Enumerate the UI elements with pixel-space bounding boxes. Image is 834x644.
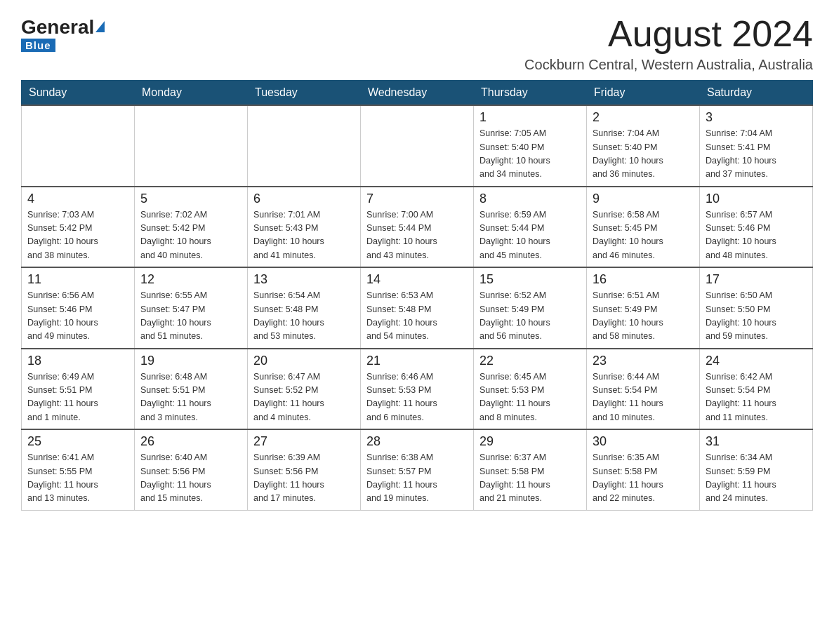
calendar-cell: 19Sunrise: 6:48 AM Sunset: 5:51 PM Dayli… [135,349,248,430]
calendar-cell: 27Sunrise: 6:39 AM Sunset: 5:56 PM Dayli… [248,429,361,510]
weekday-header-wednesday: Wednesday [361,81,474,106]
calendar-cell: 14Sunrise: 6:53 AM Sunset: 5:48 PM Dayli… [361,267,474,349]
calendar-cell [248,105,361,187]
day-info: Sunrise: 7:04 AM Sunset: 5:40 PM Dayligh… [593,127,694,182]
day-info: Sunrise: 6:59 AM Sunset: 5:44 PM Dayligh… [479,208,581,263]
day-number: 12 [140,272,241,287]
day-info: Sunrise: 6:42 AM Sunset: 5:54 PM Dayligh… [706,370,807,425]
day-number: 31 [706,434,807,449]
day-number: 30 [593,434,694,449]
day-number: 29 [479,434,581,449]
calendar-cell: 26Sunrise: 6:40 AM Sunset: 5:56 PM Dayli… [135,429,248,510]
page-header: General Blue August 2024 Cockburn Centra… [21,14,813,73]
day-number: 15 [479,272,581,287]
calendar-cell: 25Sunrise: 6:41 AM Sunset: 5:55 PM Dayli… [22,429,135,510]
day-info: Sunrise: 7:00 AM Sunset: 5:44 PM Dayligh… [366,208,468,263]
calendar-header-row: SundayMondayTuesdayWednesdayThursdayFrid… [22,81,813,106]
day-info: Sunrise: 6:35 AM Sunset: 5:58 PM Dayligh… [593,451,694,506]
day-info: Sunrise: 6:39 AM Sunset: 5:56 PM Dayligh… [253,451,355,506]
day-number: 10 [706,192,807,206]
day-info: Sunrise: 6:58 AM Sunset: 5:45 PM Dayligh… [593,208,694,263]
calendar-cell: 4Sunrise: 7:03 AM Sunset: 5:42 PM Daylig… [22,187,135,268]
calendar-cell: 11Sunrise: 6:56 AM Sunset: 5:46 PM Dayli… [22,267,135,349]
day-info: Sunrise: 6:37 AM Sunset: 5:58 PM Dayligh… [479,451,581,506]
day-number: 3 [706,110,807,125]
calendar-cell: 5Sunrise: 7:02 AM Sunset: 5:42 PM Daylig… [135,187,248,268]
day-number: 19 [140,354,241,368]
day-number: 17 [706,272,807,287]
calendar-cell: 13Sunrise: 6:54 AM Sunset: 5:48 PM Dayli… [248,267,361,349]
day-info: Sunrise: 6:49 AM Sunset: 5:51 PM Dayligh… [27,370,128,425]
day-info: Sunrise: 7:05 AM Sunset: 5:40 PM Dayligh… [479,127,581,182]
day-info: Sunrise: 7:02 AM Sunset: 5:42 PM Dayligh… [140,208,241,263]
calendar-cell: 6Sunrise: 7:01 AM Sunset: 5:43 PM Daylig… [248,187,361,268]
calendar-cell: 28Sunrise: 6:38 AM Sunset: 5:57 PM Dayli… [361,429,474,510]
day-info: Sunrise: 6:47 AM Sunset: 5:52 PM Dayligh… [253,370,355,425]
day-info: Sunrise: 6:57 AM Sunset: 5:46 PM Dayligh… [706,208,807,263]
weekday-header-friday: Friday [587,81,700,106]
day-number: 11 [27,272,128,287]
logo-triangle-icon [95,21,105,32]
calendar-cell: 2Sunrise: 7:04 AM Sunset: 5:40 PM Daylig… [587,105,700,187]
logo-blue-text: Blue [21,39,55,52]
day-info: Sunrise: 6:54 AM Sunset: 5:48 PM Dayligh… [253,289,355,344]
day-number: 26 [140,434,241,449]
title-block: August 2024 Cockburn Central, Western Au… [524,14,813,73]
day-number: 14 [366,272,468,287]
day-info: Sunrise: 7:04 AM Sunset: 5:41 PM Dayligh… [706,127,807,182]
weekday-header-sunday: Sunday [22,81,135,106]
day-info: Sunrise: 6:50 AM Sunset: 5:50 PM Dayligh… [706,289,807,344]
day-number: 23 [593,354,694,368]
day-info: Sunrise: 6:55 AM Sunset: 5:47 PM Dayligh… [140,289,241,344]
day-number: 13 [253,272,355,287]
calendar-cell [22,105,135,187]
day-info: Sunrise: 6:44 AM Sunset: 5:54 PM Dayligh… [593,370,694,425]
week-row-4: 18Sunrise: 6:49 AM Sunset: 5:51 PM Dayli… [22,349,813,430]
calendar-cell: 1Sunrise: 7:05 AM Sunset: 5:40 PM Daylig… [474,105,587,187]
calendar-cell: 29Sunrise: 6:37 AM Sunset: 5:58 PM Dayli… [474,429,587,510]
day-info: Sunrise: 7:03 AM Sunset: 5:42 PM Dayligh… [27,208,128,263]
week-row-2: 4Sunrise: 7:03 AM Sunset: 5:42 PM Daylig… [22,187,813,268]
calendar-cell: 30Sunrise: 6:35 AM Sunset: 5:58 PM Dayli… [587,429,700,510]
calendar-cell: 12Sunrise: 6:55 AM Sunset: 5:47 PM Dayli… [135,267,248,349]
weekday-header-saturday: Saturday [700,81,813,106]
day-number: 25 [27,434,128,449]
calendar-cell: 20Sunrise: 6:47 AM Sunset: 5:52 PM Dayli… [248,349,361,430]
calendar-cell: 16Sunrise: 6:51 AM Sunset: 5:49 PM Dayli… [587,267,700,349]
day-info: Sunrise: 6:51 AM Sunset: 5:49 PM Dayligh… [593,289,694,344]
week-row-3: 11Sunrise: 6:56 AM Sunset: 5:46 PM Dayli… [22,267,813,349]
weekday-header-monday: Monday [135,81,248,106]
weekday-header-tuesday: Tuesday [248,81,361,106]
day-info: Sunrise: 6:45 AM Sunset: 5:53 PM Dayligh… [479,370,581,425]
calendar-cell: 17Sunrise: 6:50 AM Sunset: 5:50 PM Dayli… [700,267,813,349]
calendar-cell: 7Sunrise: 7:00 AM Sunset: 5:44 PM Daylig… [361,187,474,268]
day-info: Sunrise: 6:53 AM Sunset: 5:48 PM Dayligh… [366,289,468,344]
calendar-cell: 18Sunrise: 6:49 AM Sunset: 5:51 PM Dayli… [22,349,135,430]
month-title: August 2024 [524,14,813,54]
day-info: Sunrise: 7:01 AM Sunset: 5:43 PM Dayligh… [253,208,355,263]
calendar-table: SundayMondayTuesdayWednesdayThursdayFrid… [21,80,813,511]
day-number: 22 [479,354,581,368]
day-number: 24 [706,354,807,368]
calendar-cell [135,105,248,187]
calendar-cell: 22Sunrise: 6:45 AM Sunset: 5:53 PM Dayli… [474,349,587,430]
week-row-1: 1Sunrise: 7:05 AM Sunset: 5:40 PM Daylig… [22,105,813,187]
day-number: 5 [140,192,241,206]
day-number: 6 [253,192,355,206]
day-number: 21 [366,354,468,368]
calendar-cell: 23Sunrise: 6:44 AM Sunset: 5:54 PM Dayli… [587,349,700,430]
day-number: 8 [479,192,581,206]
calendar-cell: 10Sunrise: 6:57 AM Sunset: 5:46 PM Dayli… [700,187,813,268]
day-info: Sunrise: 6:56 AM Sunset: 5:46 PM Dayligh… [27,289,128,344]
day-number: 9 [593,192,694,206]
calendar-cell: 31Sunrise: 6:34 AM Sunset: 5:59 PM Dayli… [700,429,813,510]
location-subtitle: Cockburn Central, Western Australia, Aus… [524,57,813,73]
day-info: Sunrise: 6:40 AM Sunset: 5:56 PM Dayligh… [140,451,241,506]
calendar-cell: 24Sunrise: 6:42 AM Sunset: 5:54 PM Dayli… [700,349,813,430]
calendar-cell: 8Sunrise: 6:59 AM Sunset: 5:44 PM Daylig… [474,187,587,268]
calendar-cell: 15Sunrise: 6:52 AM Sunset: 5:49 PM Dayli… [474,267,587,349]
day-info: Sunrise: 6:41 AM Sunset: 5:55 PM Dayligh… [27,451,128,506]
calendar-cell: 9Sunrise: 6:58 AM Sunset: 5:45 PM Daylig… [587,187,700,268]
calendar-cell [361,105,474,187]
day-info: Sunrise: 6:34 AM Sunset: 5:59 PM Dayligh… [706,451,807,506]
